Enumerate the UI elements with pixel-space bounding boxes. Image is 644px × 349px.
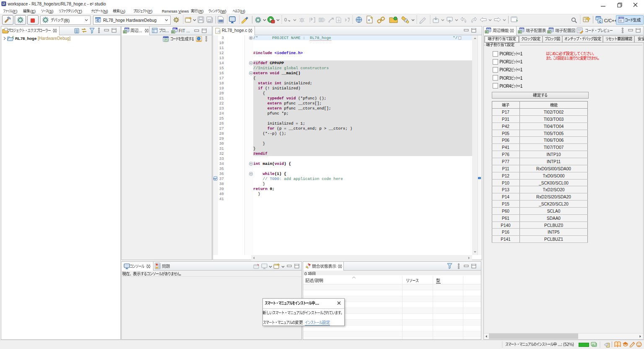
svg-text:0: 0	[284, 17, 287, 22]
svg-text:010: 010	[619, 17, 623, 19]
svg-text:c: c	[368, 18, 370, 22]
svg-text:FIT: FIT	[173, 28, 176, 30]
svg-text:C: C	[599, 20, 602, 23]
svg-text:C'≡': C'≡'	[550, 28, 553, 29]
svg-text:C: C	[97, 18, 99, 22]
svg-text:C'≡': C'≡'	[125, 28, 129, 29]
svg-text:C'≡': C'≡'	[487, 28, 491, 29]
svg-text:C'≡': C'≡'	[520, 28, 524, 29]
svg-text:010: 010	[219, 20, 223, 23]
svg-text:.c: .c	[216, 29, 221, 33]
svg-text:C: C	[12, 36, 14, 39]
